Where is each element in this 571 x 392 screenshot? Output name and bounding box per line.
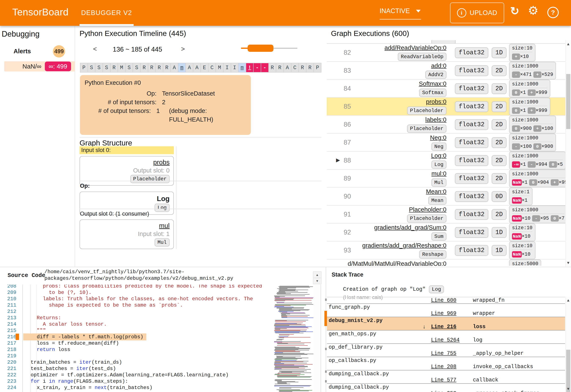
timeline-tile[interactable]: m: [239, 63, 246, 72]
expand-arrow-icon[interactable]: ▶: [336, 157, 340, 163]
timeline-tile[interactable]: R: [148, 63, 156, 72]
consumer-op-name-link[interactable]: mul: [159, 222, 170, 230]
timeline-slider[interactable]: [241, 43, 297, 54]
timeline-tile[interactable]: !: [246, 63, 253, 72]
timeline-tile[interactable]: S: [88, 63, 95, 72]
line-number[interactable]: 220: [0, 359, 22, 365]
line-number[interactable]: 221: [0, 366, 22, 371]
code-line[interactable]: 212: [0, 308, 272, 315]
graph-execution-row[interactable]: 93gradients/add_grad/Reshape:0Reshapeflo…: [327, 241, 566, 259]
input-op-name-link[interactable]: probs: [153, 159, 170, 166]
stack-frame[interactable]: op_def_library.pyLine 755_apply_op_helpe…: [327, 344, 565, 357]
graph-execution-row[interactable]: 91Placeholder:0Placeholderfloat322Dsize:…: [327, 206, 566, 224]
code-line[interactable]: 217 loss = tf.reduce_mean(diff): [0, 340, 272, 346]
scroll-down-icon[interactable]: ▼: [313, 278, 321, 284]
timeline-tile[interactable]: E: [201, 63, 208, 72]
code-line[interactable]: 221 test_batches = iter(test_ds): [0, 365, 272, 372]
help-icon[interactable]: ?: [547, 7, 559, 18]
graph-execution-row[interactable]: 83add:0AddV2float322Dsize:1000-×471+×529: [327, 62, 566, 80]
input-op-card[interactable]: probs Output slot: 0 Placeholder: [80, 156, 174, 186]
timeline-tile[interactable]: R: [299, 63, 306, 72]
stack-frame-line-link[interactable]: Line 969: [431, 310, 456, 317]
timeline-tile[interactable]: m: [178, 63, 186, 72]
timeline-tile[interactable]: R: [306, 63, 314, 72]
tensor-name-link[interactable]: Log:0: [431, 152, 446, 159]
stack-frame-line-link[interactable]: Line 5264: [431, 337, 459, 343]
run-status-dropdown[interactable]: INACTIVE: [380, 7, 421, 19]
graph-execution-row[interactable]: 89mul:0Mulfloat322Dsize:1000NaN×10×904+×…: [327, 169, 566, 188]
timeline-tile[interactable]: R: [156, 63, 163, 72]
timeline-tile[interactable]: A: [193, 63, 200, 72]
code-line[interactable]: 216 diff = -labels * tf.math.log(probs): [0, 334, 272, 340]
stack-frame-line-link[interactable]: Line 258: [431, 390, 456, 392]
line-number[interactable]: 210: [0, 296, 22, 302]
stack-frame[interactable]: op_callbacks.pyLine 208invoke_op_callbac…: [327, 357, 565, 370]
tensor-name-link[interactable]: add:0: [431, 62, 446, 69]
source-minimap[interactable]: [273, 284, 314, 392]
code-line[interactable]: 209 to be (?, 10).: [0, 289, 272, 295]
graph-execution-row[interactable]: 92gradients/add_grad/Sum:0Sumfloat321Dsi…: [327, 224, 566, 241]
code-line[interactable]: 223 for i in range(FLAGS.max_steps):: [0, 378, 272, 384]
graph-execution-row[interactable]: 90Mean:0Meanfloat320Dsize:1NaN×1: [327, 188, 566, 206]
timeline-tile[interactable]: R: [141, 63, 148, 72]
tensor-name-link[interactable]: gradients/add_grad/Reshape:0: [362, 242, 446, 249]
code-line[interactable]: 224 x_train, y_train = next(train_batche…: [0, 384, 272, 391]
stack-frame-line-link[interactable]: Line 755: [431, 350, 456, 356]
stack-frame[interactable]: dumping_callback.pyLine 577callback: [327, 370, 565, 384]
graph-execution-row[interactable]: 85probs:0Placeholderfloat322Dsize:10000×…: [327, 98, 566, 116]
code-line[interactable]: 211 shape is expected to be the same as …: [0, 302, 272, 308]
line-number[interactable]: 224: [0, 385, 22, 391]
upload-button[interactable]: i UPLOAD: [450, 2, 504, 23]
timeline-tile[interactable]: R: [269, 63, 276, 72]
graph-execution-row[interactable]: 86labels:0Placeholderfloat322Dsize:10000…: [327, 116, 566, 134]
code-line[interactable]: 220 train_batches = iter(train_ds): [0, 359, 272, 365]
scroll-up-icon[interactable]: ▲: [313, 272, 321, 278]
code-line[interactable]: 214 A scalar loss tensor.: [0, 321, 272, 327]
graph-execution-row[interactable]: 84Softmax:0Softmaxfloat322Dsize:10000×1+…: [327, 80, 566, 98]
tensor-name-link[interactable]: Mean:0: [426, 188, 446, 195]
stack-frame[interactable]: debug_mnist_v2.py↓Line 216loss: [327, 317, 565, 330]
tensor-name-link[interactable]: add/ReadVariableOp:0: [385, 44, 446, 51]
stack-frame-line-link[interactable]: Line 577: [431, 377, 456, 383]
tab-debugger-v2[interactable]: DEBUGGER V2: [80, 0, 134, 26]
timeline-tile[interactable]: M: [118, 63, 125, 72]
timeline-tile[interactable]: R: [163, 63, 171, 72]
code-line[interactable]: 219: [0, 353, 272, 359]
graph-execution-row[interactable]: 82add/ReadVariableOp:0ReadVariableOpfloa…: [327, 44, 566, 62]
code-line[interactable]: 213 Returns:: [0, 315, 272, 321]
line-number[interactable]: 209: [0, 290, 22, 295]
refresh-icon[interactable]: ↻: [510, 5, 519, 16]
timeline-tile[interactable]: S: [95, 63, 102, 72]
graph-execution-row[interactable]: ▶88Log:0Logfloat322Dsize:1000-∞×1-×9940×…: [327, 152, 566, 169]
timeline-tile[interactable]: A: [171, 63, 178, 72]
line-number[interactable]: 213: [0, 315, 22, 321]
stack-frame[interactable]: func_graph.pyLine 969wrapper: [327, 304, 565, 317]
timeline-tile[interactable]: A: [284, 63, 291, 72]
timeline-tile[interactable]: C: [209, 63, 216, 72]
slider-thumb[interactable]: [248, 45, 273, 52]
timeline-tile[interactable]: P: [314, 63, 321, 72]
minimap-track[interactable]: [314, 284, 321, 392]
timeline-tile[interactable]: S: [133, 63, 140, 72]
tensor-name-link[interactable]: d/MatMul/MatMul/ReadVariableOp:0: [348, 260, 446, 266]
stack-frame[interactable]: Line 600wrapped_fn: [327, 297, 565, 304]
scroll-down-icon[interactable]: ▼: [566, 387, 571, 391]
gear-icon[interactable]: ⚙: [528, 5, 538, 16]
tensor-name-link[interactable]: labels:0: [425, 116, 446, 123]
tensor-name-link[interactable]: gradients/add_grad/Sum:0: [374, 224, 446, 231]
timeline-tile[interactable]: I: [224, 63, 231, 72]
consumer-op-card[interactable]: mul Input slot: 1 Mul: [80, 220, 174, 249]
stack-frame-line-link[interactable]: Line 600: [431, 297, 456, 303]
code-line[interactable]: 222 optimizer = tf.optimizers.Adam(learn…: [0, 372, 272, 378]
stack-frame-line-link[interactable]: Line 216: [431, 324, 456, 330]
timeline-tile[interactable]: M: [216, 63, 223, 72]
timeline-prev-button[interactable]: <: [93, 45, 97, 53]
code-line[interactable]: 218 return loss: [0, 346, 272, 353]
scroll-up-icon[interactable]: ▲: [566, 298, 571, 303]
timeline-tile[interactable]: R: [276, 63, 283, 72]
stack-frame-line-link[interactable]: Line 208: [431, 364, 456, 370]
timeline-next-button[interactable]: >: [181, 45, 185, 53]
alert-item-nan-inf[interactable]: NaN/∞ ∞: 499: [4, 61, 75, 71]
tensor-name-link[interactable]: Neg:0: [430, 134, 446, 141]
line-number[interactable]: 218: [0, 347, 22, 352]
